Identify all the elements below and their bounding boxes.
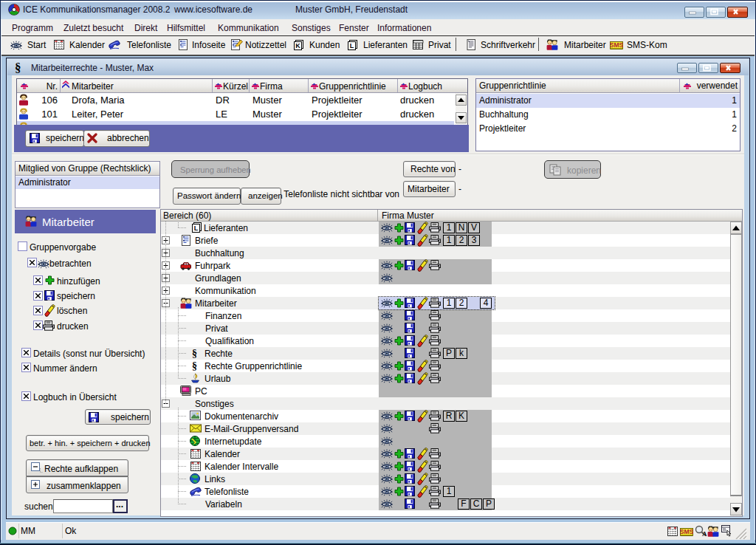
svg-text:SMS: SMS — [610, 41, 623, 49]
svg-text:L: L — [350, 42, 354, 49]
svg-text:SMS: SMS — [680, 528, 693, 535]
svg-text:K: K — [295, 42, 300, 49]
svg-text:L: L — [194, 224, 199, 232]
svg-text:A: A — [702, 530, 707, 537]
